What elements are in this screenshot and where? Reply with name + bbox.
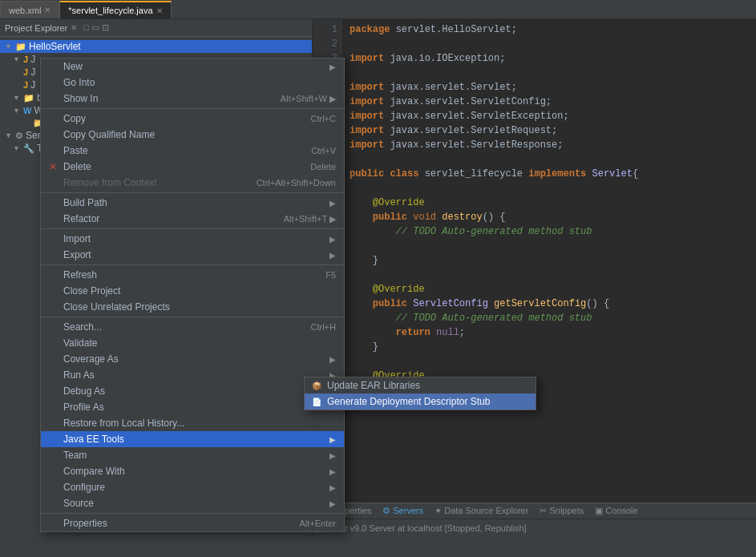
menu-item-source[interactable]: Source ▶ xyxy=(41,495,344,511)
menu-paste-label: Paste xyxy=(63,145,88,156)
xml-icon: 📄 xyxy=(309,398,324,406)
tab-web-xml-close[interactable]: ✕ xyxy=(44,6,51,14)
menu-item-team[interactable]: Team ▶ xyxy=(41,447,344,463)
menu-item-restore-history[interactable]: Restore from Local History... xyxy=(41,415,344,431)
menu-item-search[interactable]: Search... Ctrl+H xyxy=(41,319,344,335)
project-explorer-title: Project Explorer xyxy=(5,23,67,33)
menu-item-compare-with[interactable]: Compare With ▶ xyxy=(41,463,344,479)
menu-item-profile-as[interactable]: Profile As ▶ xyxy=(41,399,344,415)
menu-refresh-label: Refresh xyxy=(63,269,97,281)
folder-icon: 📁 xyxy=(15,42,26,52)
menu-item-build-path[interactable]: Build Path ▶ xyxy=(41,195,344,211)
menu-item-close-project[interactable]: Close Project xyxy=(41,283,344,299)
btab-console[interactable]: ▣ Console xyxy=(590,505,642,517)
menu-item-remove-context: Remove from Context Ctrl+Alt+Shift+Down xyxy=(41,175,344,191)
menu-refactor-label: Refactor xyxy=(63,213,99,224)
menu-sep-1 xyxy=(41,108,344,109)
menu-properties-label: Properties xyxy=(63,518,107,529)
menu-item-refactor[interactable]: Refactor Alt+Shift+T ▶ xyxy=(41,211,344,227)
menu-refactor-shortcut: Alt+Shift+T ▶ xyxy=(284,214,336,224)
menu-team-arrow: ▶ xyxy=(329,451,336,460)
menu-configure-arrow: ▶ xyxy=(329,483,336,492)
menu-item-go-into[interactable]: Go Into xyxy=(41,75,344,91)
menu-item-show-in[interactable]: Show In Alt+Shift+W ▶ xyxy=(41,91,344,107)
server-status-text: Tomcat v9.0 Server at localhost [Stopped… xyxy=(319,523,527,533)
menu-compare-with-arrow: ▶ xyxy=(329,467,336,476)
menu-item-properties[interactable]: Properties Alt+Enter xyxy=(41,515,344,531)
menu-delete-shortcut: Delete xyxy=(310,162,336,172)
menu-sep-5 xyxy=(41,317,344,317)
project-explorer-titlebar: Project Explorer ✕ □ ▭ ⊡ xyxy=(0,19,312,37)
tab-web-xml[interactable]: web.xml ✕ xyxy=(0,1,59,18)
tab-bar: web.xml ✕ *servlet_lifecycle.java ✕ xyxy=(0,0,756,19)
menu-item-copy[interactable]: Copy Ctrl+C xyxy=(41,111,344,127)
delete-icon: ✕ xyxy=(46,161,60,172)
j-icon-3: J xyxy=(23,80,28,90)
tree-arrow-ser: ▼ xyxy=(5,131,13,139)
menu-item-java-ee-tools[interactable]: Java EE Tools ▶ xyxy=(41,431,344,447)
java-ee-tools-submenu: 📦 Update EAR Libraries 📄 Generate Deploy… xyxy=(304,377,536,410)
menu-sep-6 xyxy=(41,513,344,514)
tab-web-xml-label: web.xml xyxy=(9,6,41,15)
tab-servlet-java-close[interactable]: ✕ xyxy=(156,6,163,15)
server-icon: ⚙ xyxy=(15,131,23,141)
menu-item-debug-as[interactable]: Debug As ▶ xyxy=(41,383,344,399)
tree-arrow-w: ▼ xyxy=(13,107,21,115)
menu-item-import[interactable]: Import ▶ xyxy=(41,231,344,247)
context-menu: New ▶ Go Into Show In Alt+Shift+W ▶ Copy… xyxy=(40,58,345,532)
tree-item-helloservlet[interactable]: ▼ 📁 HelloServlet xyxy=(0,40,312,53)
menu-item-copy-qualified[interactable]: Copy Qualified Name xyxy=(41,127,344,143)
w-icon: W xyxy=(23,106,31,115)
submenu-item-generate-descriptor[interactable]: 📄 Generate Deployment Descriptor Stub xyxy=(305,394,536,410)
menu-item-delete[interactable]: ✕ Delete Delete xyxy=(41,159,344,175)
menu-go-into-label: Go Into xyxy=(63,77,95,88)
menu-item-new[interactable]: New ▶ xyxy=(41,59,344,75)
menu-search-shortcut: Ctrl+H xyxy=(311,322,336,332)
menu-export-label: Export xyxy=(63,249,91,260)
tree-label-helloservlet: HelloServlet xyxy=(29,41,81,52)
menu-search-label: Search... xyxy=(63,321,102,333)
j-icon-2: J xyxy=(23,67,28,77)
menu-import-label: Import xyxy=(63,233,91,244)
server-status-bar: Tomcat v9.0 Server at localhost [Stopped… xyxy=(313,519,756,536)
tree-arrow-t: ▼ xyxy=(13,144,21,152)
tree-label-j3: J xyxy=(30,79,35,91)
menu-sep-3 xyxy=(41,228,344,229)
menu-new-label: New xyxy=(63,61,83,72)
menu-item-run-as[interactable]: Run As ▶ xyxy=(41,367,344,383)
menu-close-project-label: Close Project xyxy=(63,285,120,297)
menu-close-unrelated-label: Close Unrelated Projects xyxy=(63,301,170,313)
menu-item-paste[interactable]: Paste Ctrl+V xyxy=(41,143,344,159)
menu-source-arrow: ▶ xyxy=(329,499,336,508)
menu-show-in-shortcut: Alt+Shift+W ▶ xyxy=(281,94,336,104)
menu-item-validate[interactable]: Validate xyxy=(41,335,344,351)
btab-snippets[interactable]: ✂ Snippets xyxy=(535,505,588,517)
menu-copy-label: Copy xyxy=(63,113,86,124)
menu-item-coverage-as[interactable]: Coverage As ▶ xyxy=(41,351,344,367)
menu-source-label: Source xyxy=(63,498,94,509)
menu-item-export[interactable]: Export ▶ xyxy=(41,247,344,263)
menu-export-arrow: ▶ xyxy=(329,251,336,260)
btab-data-source[interactable]: ✦ Data Source Explorer xyxy=(430,505,533,517)
menu-configure-label: Configure xyxy=(63,482,105,493)
submenu-item-update-ear[interactable]: 📦 Update EAR Libraries xyxy=(305,377,536,394)
menu-coverage-as-label: Coverage As xyxy=(63,353,119,365)
menu-compare-with-label: Compare With xyxy=(63,466,125,477)
menu-refresh-shortcut: F5 xyxy=(325,270,336,280)
menu-java-ee-tools-label: Java EE Tools xyxy=(63,434,124,445)
code-editor[interactable]: package servlet.HelloServlet; import jav… xyxy=(343,19,756,536)
folder-icon-b: 📁 xyxy=(23,93,34,103)
panel-close-icon[interactable]: □ ▭ ⊡ xyxy=(83,22,109,33)
btab-servers[interactable]: ⚙ Servers xyxy=(378,505,428,517)
menu-item-configure[interactable]: Configure ▶ xyxy=(41,479,344,495)
menu-item-close-unrelated[interactable]: Close Unrelated Projects xyxy=(41,299,344,315)
menu-restore-history-label: Restore from Local History... xyxy=(63,418,184,429)
main-layout: Project Explorer ✕ □ ▭ ⊡ ▼ 📁 HelloServle… xyxy=(0,19,756,536)
menu-run-as-label: Run As xyxy=(63,369,95,381)
menu-copy-shortcut: Ctrl+C xyxy=(311,114,336,123)
menu-new-arrow: ▶ xyxy=(329,63,336,71)
tab-servlet-java[interactable]: *servlet_lifecycle.java ✕ xyxy=(59,1,171,18)
menu-team-label: Team xyxy=(63,450,87,461)
j-icon-1: J xyxy=(23,54,28,64)
menu-item-refresh[interactable]: Refresh F5 xyxy=(41,267,344,283)
